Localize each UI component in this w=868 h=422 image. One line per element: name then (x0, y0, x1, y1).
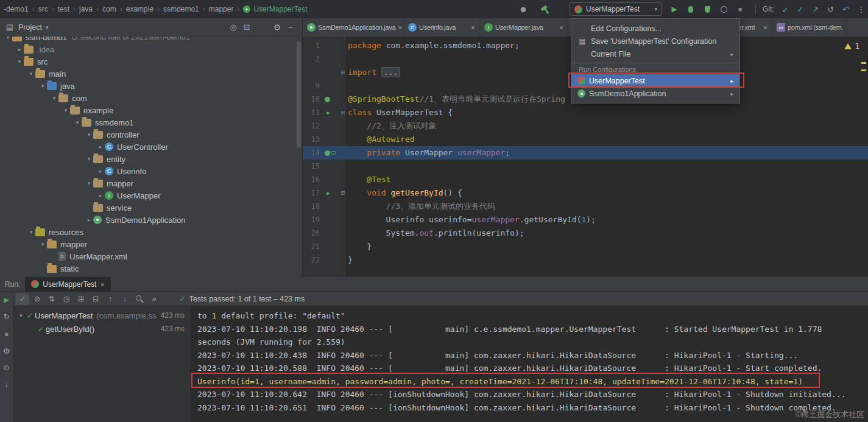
hide-panel-icon[interactable] (284, 21, 297, 34)
next-failed-icon[interactable] (118, 293, 132, 305)
run-configuration-selector[interactable]: UserMapperTest ▾ (570, 2, 662, 16)
menu-item[interactable]: Save 'UserMapperTest' Configuration ▸ (571, 35, 739, 47)
expanded-icon[interactable] (4, 37, 12, 40)
collapse-all2-icon[interactable] (89, 293, 102, 305)
expand-all-icon[interactable] (74, 293, 88, 305)
tree-row[interactable]: UserMapper (0, 189, 302, 202)
project-panel-title[interactable]: Project ▾ (5, 21, 48, 34)
settings-gear-icon[interactable] (270, 21, 284, 34)
expanded-icon[interactable] (27, 71, 35, 77)
warning-stripe-mark[interactable] (861, 62, 866, 64)
stop-process-icon[interactable] (1, 328, 12, 340)
expanded-icon[interactable] (38, 83, 47, 89)
tree-row[interactable]: src (0, 55, 302, 68)
pin-tab-icon[interactable] (1, 362, 12, 374)
git-push-icon[interactable] (809, 2, 822, 16)
tree-row[interactable]: SsmDemo1Application (0, 214, 302, 226)
sort-by-duration-icon[interactable] (60, 293, 73, 305)
editor-tab[interactable]: SsmDemo1Application.java (303, 18, 404, 37)
menu-config-item[interactable]: SsmDemo1Application ▸ (571, 87, 739, 100)
warning-stripe-mark[interactable] (861, 69, 866, 71)
tree-row[interactable]: ssmdemo1 (0, 116, 302, 128)
tree-row[interactable]: java (0, 80, 302, 92)
test-settings-icon[interactable] (1, 345, 12, 357)
expanded-icon[interactable] (27, 229, 35, 235)
test-console-output[interactable]: to 1 default profile: "default"2023-07-1… (191, 306, 868, 422)
collapsed-icon[interactable] (96, 168, 105, 174)
tree-row[interactable]: service (0, 202, 302, 214)
run-panel-tab[interactable]: UserMapperTest (25, 277, 111, 292)
collapse-all-icon[interactable] (240, 21, 253, 34)
profiler-icon[interactable] (717, 2, 730, 16)
spring-icon[interactable] (325, 150, 330, 156)
expanded-icon[interactable] (17, 312, 25, 318)
overflow-icon[interactable] (147, 293, 161, 305)
tree-row[interactable]: Userinfo (0, 165, 302, 177)
inspections-widget[interactable]: 1 (844, 41, 859, 51)
collapsed-icon[interactable] (96, 144, 105, 150)
fold-minus-icon[interactable] (339, 186, 347, 200)
bean-icon[interactable] (331, 151, 336, 155)
test-tree-row[interactable]: getUserById() 423 ms (13, 322, 191, 336)
previous-failed-icon[interactable] (104, 293, 117, 305)
scroll-to-end-icon[interactable] (1, 379, 12, 391)
breadcrumb-item[interactable]: ssmdemo1 (163, 5, 209, 13)
tree-row[interactable]: static (0, 262, 302, 275)
run-play-icon[interactable] (668, 2, 681, 16)
tree-row[interactable]: com (0, 92, 302, 104)
debug-icon[interactable] (684, 2, 697, 16)
fold-minus-icon[interactable] (339, 106, 347, 119)
git-history-icon[interactable] (824, 2, 838, 16)
expanded-icon[interactable] (73, 119, 82, 125)
close-icon[interactable] (471, 24, 475, 31)
tree-row[interactable]: controller (0, 128, 302, 141)
close-icon[interactable] (100, 280, 105, 289)
close-icon[interactable] (398, 24, 402, 31)
breadcrumb-item[interactable]: test (58, 5, 79, 13)
breadcrumb-item[interactable]: example (126, 5, 163, 13)
close-icon[interactable] (763, 24, 767, 31)
tree-row[interactable]: main (0, 68, 302, 80)
sort-alphabetically-icon[interactable] (45, 293, 58, 305)
run-icon[interactable] (325, 109, 332, 116)
git-update-icon[interactable] (778, 2, 792, 16)
tree-row[interactable]: resources (0, 226, 302, 238)
locate-file-icon[interactable] (227, 21, 240, 34)
breadcrumb-item[interactable]: -demo1 (4, 5, 38, 13)
menu-config-item[interactable]: UserMapperTest ▸ (571, 74, 739, 87)
tree-row[interactable]: UserMapper.xml (0, 250, 302, 262)
collapsed-icon[interactable] (96, 192, 105, 199)
expanded-icon[interactable] (50, 95, 58, 101)
tree-row[interactable]: ssm-demo1 D:\second half of 2021\ssm-dem… (0, 37, 302, 43)
breadcrumb-item[interactable]: src (38, 5, 58, 13)
test-tree-row[interactable]: UserMapperTest (com.example.ssm 423 ms (13, 309, 191, 322)
editor-tab[interactable]: pom.xml (ssm-dem (772, 18, 845, 37)
show-ignored-icon[interactable] (30, 293, 44, 305)
rerun-failed-icon[interactable] (1, 311, 12, 323)
breadcrumb-item[interactable]: mapper (209, 5, 244, 13)
tree-row[interactable]: .idea (0, 43, 302, 55)
collapsed-icon[interactable] (15, 46, 24, 52)
rerun-icon[interactable] (1, 294, 12, 306)
show-passed-icon[interactable] (16, 293, 29, 305)
breadcrumb-item[interactable]: java (79, 5, 102, 13)
menu-item[interactable]: Current File ▸ (571, 47, 739, 60)
tree-row[interactable]: UserController (0, 141, 302, 153)
filter-tests-icon[interactable] (133, 293, 146, 305)
expanded-icon[interactable] (15, 58, 24, 65)
editor-tab[interactable]: Userinfo.java (404, 18, 480, 37)
menu-item[interactable]: Edit Configurations... ▸ (571, 22, 739, 35)
expanded-icon[interactable] (85, 156, 93, 162)
spring-icon[interactable] (325, 97, 330, 102)
expanded-icon[interactable] (62, 107, 70, 113)
git-rollback-icon[interactable] (839, 2, 853, 16)
tree-row[interactable]: mapper (0, 177, 302, 189)
more-icon[interactable] (855, 2, 868, 16)
git-commit-icon[interactable] (794, 2, 807, 16)
collapsed-icon[interactable] (85, 217, 93, 223)
scrollbar-thumb[interactable] (297, 41, 301, 148)
stop-icon[interactable] (733, 2, 747, 16)
expanded-icon[interactable] (85, 180, 93, 186)
breadcrumb-current[interactable]: UserMapperTest (243, 5, 307, 13)
tree-row[interactable]: entity (0, 153, 302, 165)
